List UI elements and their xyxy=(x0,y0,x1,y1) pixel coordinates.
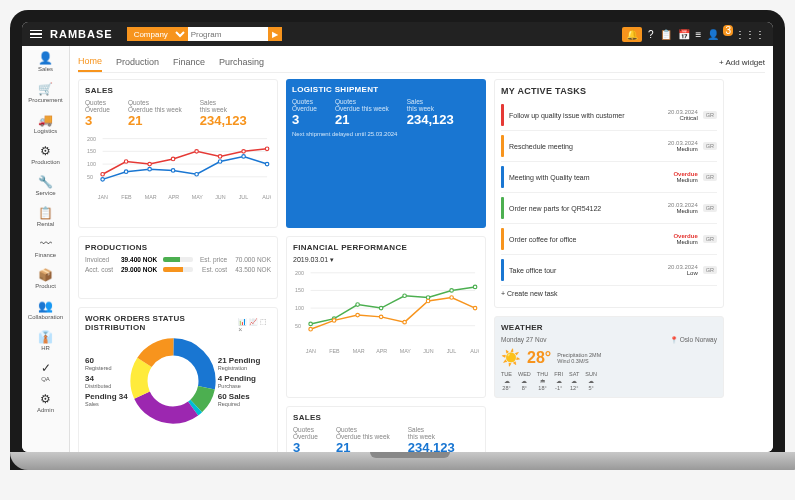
sidebar-item-logistics[interactable]: 🚚Logistics xyxy=(22,108,69,139)
stat: Salesthis week234,123 xyxy=(408,426,455,452)
tab-finance[interactable]: Finance xyxy=(173,53,205,71)
add-widget-button[interactable]: + Add widget xyxy=(719,58,765,67)
sidebar-item-service[interactable]: 🔧Service xyxy=(22,170,69,201)
sidebar-item-qa[interactable]: ✓QA xyxy=(22,356,69,387)
stat: QuotesOverdue this week21 xyxy=(336,426,390,452)
stat: Salesthis week234,123 xyxy=(407,98,454,127)
sidebar-item-production[interactable]: ⚙Production xyxy=(22,139,69,170)
svg-point-57 xyxy=(332,318,336,322)
calendar-icon[interactable]: 📅 xyxy=(678,29,690,40)
svg-point-23 xyxy=(265,147,269,151)
logistic-title: LOGISTIC SHIPMENT xyxy=(292,85,480,94)
svg-point-50 xyxy=(356,303,360,307)
sidebar-item-admin[interactable]: ⚙Admin xyxy=(22,387,69,418)
svg-point-20 xyxy=(195,150,199,154)
sidebar-item-rental[interactable]: 📋Rental xyxy=(22,201,69,232)
productions-title: PRODUCTIONS xyxy=(85,243,271,252)
svg-point-27 xyxy=(171,169,175,173)
collaboration-icon: 👥 xyxy=(38,299,53,313)
list-icon[interactable]: ≡ xyxy=(696,29,702,40)
weather-title: WEATHER xyxy=(501,323,717,332)
sidebar-item-collaboration[interactable]: 👥Collaboration xyxy=(22,294,69,325)
production-row: Invoiced39.400 NOKEst. price70.000 NOK xyxy=(85,256,271,263)
qa-icon: ✓ xyxy=(41,361,51,375)
svg-point-25 xyxy=(124,170,128,174)
tab-home[interactable]: Home xyxy=(78,52,102,72)
workorders-card: WORK ORDERS STATUS DISTRIBUTION 📊 📈 ⬚ × … xyxy=(78,307,278,452)
svg-point-59 xyxy=(379,315,383,319)
stat: QuotesOverdue this week21 xyxy=(335,98,389,127)
svg-point-54 xyxy=(450,289,454,293)
svg-text:MAY: MAY xyxy=(192,195,204,201)
sidebar: 👤Sales🛒Procurement🚚Logistics⚙Production🔧… xyxy=(22,46,70,452)
company-select[interactable]: Company xyxy=(127,27,188,41)
program-input[interactable] xyxy=(188,27,268,41)
svg-text:MAR: MAR xyxy=(145,195,157,201)
svg-point-31 xyxy=(265,163,269,167)
svg-text:FEB: FEB xyxy=(121,195,132,201)
svg-text:JAN: JAN xyxy=(306,348,316,354)
task-item[interactable]: Follow up quality issue with customer20.… xyxy=(501,100,717,131)
task-item[interactable]: Reschedule meeting20.03.2024MediumGR xyxy=(501,131,717,162)
tasks-card: MY ACTIVE TASKS Follow up quality issue … xyxy=(494,79,724,308)
svg-point-48 xyxy=(309,322,313,326)
admin-icon: ⚙ xyxy=(40,392,51,406)
weather-day: THU🌧18° xyxy=(537,371,548,391)
sales2-title: SALES xyxy=(293,413,479,422)
task-item[interactable]: Take office tour20.03.2024LowGR xyxy=(501,255,717,286)
help-icon[interactable]: ? xyxy=(648,29,654,40)
notification-icon[interactable]: 🔔 xyxy=(622,27,642,42)
workorders-tools[interactable]: 📊 📈 ⬚ × xyxy=(238,318,271,333)
svg-text:MAY: MAY xyxy=(400,348,412,354)
sales-icon: 👤 xyxy=(38,51,53,65)
user-icon[interactable]: 👤3 xyxy=(707,29,729,40)
svg-point-60 xyxy=(403,320,407,324)
product-icon: 📦 xyxy=(38,268,53,282)
sales-title: SALES xyxy=(85,86,271,95)
sidebar-item-hr[interactable]: 👔HR xyxy=(22,325,69,356)
svg-point-17 xyxy=(124,160,128,164)
svg-point-28 xyxy=(195,173,199,177)
svg-text:150: 150 xyxy=(295,287,304,293)
tab-production[interactable]: Production xyxy=(116,53,159,71)
svg-point-16 xyxy=(101,173,105,177)
svg-point-51 xyxy=(379,306,383,310)
logistic-note: Next shipment delayed until 25.03.2024 xyxy=(292,131,480,137)
hr-icon: 👔 xyxy=(38,330,53,344)
sales-line-chart: 50100150200JANFEBMARAPRMAYJUNJULAUG xyxy=(85,132,271,202)
task-item[interactable]: Order coffee for officeOverdueMediumGR xyxy=(501,224,717,255)
topbar: RAMBASE Company ▶ 🔔 ? 📋 📅 ≡ 👤3 ⋮⋮⋮ xyxy=(22,22,773,46)
apps-icon[interactable]: ⋮⋮⋮ xyxy=(735,29,765,40)
sun-icon: ☀️ xyxy=(501,348,521,367)
weather-location: 📍 Oslo Norway xyxy=(670,336,717,344)
search-go-button[interactable]: ▶ xyxy=(268,27,282,41)
svg-text:AUG: AUG xyxy=(262,195,271,201)
financial-date[interactable]: 2019.03.01 ▾ xyxy=(293,256,479,264)
financial-line-chart: 50100150200JANFEBMARAPRMAYJUNJULAUG xyxy=(293,266,479,356)
productions-card: PRODUCTIONS Invoiced39.400 NOKEst. price… xyxy=(78,236,278,300)
svg-text:JUL: JUL xyxy=(447,348,457,354)
sidebar-item-finance[interactable]: 〰Finance xyxy=(22,232,69,263)
svg-text:FEB: FEB xyxy=(329,348,340,354)
new-task-button[interactable]: + Create new task xyxy=(501,286,717,301)
svg-point-19 xyxy=(171,157,175,161)
task-item[interactable]: Order new parts for QR5412220.03.2024Med… xyxy=(501,193,717,224)
svg-point-21 xyxy=(218,155,222,159)
service-icon: 🔧 xyxy=(38,175,53,189)
sidebar-item-procurement[interactable]: 🛒Procurement xyxy=(22,77,69,108)
weather-day: FRI☁-1° xyxy=(554,371,563,391)
stat: QuotesOverdue this week21 xyxy=(128,99,182,128)
brand-logo: RAMBASE xyxy=(50,28,113,40)
svg-point-29 xyxy=(218,160,222,164)
sidebar-item-product[interactable]: 📦Product xyxy=(22,263,69,294)
clipboard-icon[interactable]: 📋 xyxy=(660,29,672,40)
sidebar-item-sales[interactable]: 👤Sales xyxy=(22,46,69,77)
stat: QuotesOverdue3 xyxy=(85,99,110,128)
svg-text:JUN: JUN xyxy=(215,195,226,201)
task-item[interactable]: Meeting with Quality teamOverdueMediumGR xyxy=(501,162,717,193)
menu-icon[interactable] xyxy=(30,30,42,39)
svg-text:MAR: MAR xyxy=(353,348,365,354)
tab-purchasing[interactable]: Purchasing xyxy=(219,53,264,71)
stat: Salesthis week234,123 xyxy=(200,99,247,128)
svg-point-62 xyxy=(450,296,454,300)
